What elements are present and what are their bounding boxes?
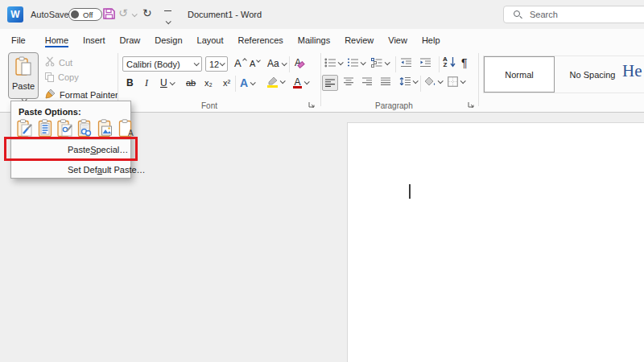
shading-chevron-icon[interactable] xyxy=(438,78,444,84)
small-separator xyxy=(439,56,440,72)
shrink-font-button[interactable]: A xyxy=(250,59,260,68)
multilevel-chevron-icon[interactable] xyxy=(385,60,390,65)
autosave-toggle-knob xyxy=(71,10,79,19)
numbering-button[interactable] xyxy=(347,58,365,68)
tab-file[interactable]: File xyxy=(11,31,26,48)
use-destination-styles-icon[interactable] xyxy=(37,119,54,138)
justify-button[interactable] xyxy=(381,77,390,86)
cut-button: Cut xyxy=(45,56,72,68)
line-spacing-icon xyxy=(399,76,411,86)
undo-icon[interactable]: ↺ xyxy=(118,6,128,19)
copy-icon xyxy=(45,72,54,82)
multilevel-list-button[interactable] xyxy=(371,58,389,68)
decrease-indent-icon xyxy=(400,58,412,68)
tab-home[interactable]: Home xyxy=(45,31,68,48)
copy-label: Copy xyxy=(58,72,79,82)
tab-design[interactable]: Design xyxy=(155,31,182,48)
paste-clipboard-icon xyxy=(9,56,38,80)
strikethrough-button[interactable]: ab xyxy=(186,78,196,88)
word-app-icon[interactable]: W xyxy=(7,6,23,23)
font-name-combobox[interactable]: Calibri (Body) xyxy=(122,56,202,72)
numbering-icon xyxy=(347,58,358,68)
justify-icon xyxy=(381,77,390,86)
line-spacing-button[interactable] xyxy=(399,76,417,86)
group-separator xyxy=(118,53,118,106)
text-effects-chevron-icon[interactable] xyxy=(250,80,256,85)
align-right-button[interactable] xyxy=(362,77,372,86)
sort-button[interactable]: AZ xyxy=(443,56,456,68)
font-name-chevron-icon[interactable] xyxy=(194,60,200,66)
underline-button[interactable]: U xyxy=(160,77,174,88)
paste-button[interactable]: Paste xyxy=(8,52,39,99)
set-default-paste-menu-item[interactable]: Set Default Paste… xyxy=(11,160,130,179)
increase-indent-button[interactable] xyxy=(419,58,431,68)
format-painter-brush-icon xyxy=(45,88,56,101)
tab-draw[interactable]: Draw xyxy=(120,31,141,48)
group-separator xyxy=(478,53,479,106)
superscript-button[interactable]: x² xyxy=(223,78,230,88)
small-separator xyxy=(289,56,290,72)
numbering-chevron-icon[interactable] xyxy=(361,60,366,65)
tab-view[interactable]: View xyxy=(388,31,407,48)
bullets-chevron-icon[interactable] xyxy=(338,60,344,65)
style-no-spacing[interactable]: No Spacing xyxy=(561,56,624,93)
merge-formatting-icon[interactable] xyxy=(57,119,74,138)
quick-access-toolbar-chevron-icon[interactable] xyxy=(164,10,171,27)
tab-help[interactable]: Help xyxy=(422,31,440,48)
picture-icon[interactable] xyxy=(97,119,114,138)
red-highlight-annotation xyxy=(4,137,138,161)
font-size-chevron-icon[interactable] xyxy=(220,60,225,66)
text-effects-button[interactable]: A xyxy=(240,76,254,89)
clear-formatting-button[interactable]: A xyxy=(295,57,301,68)
tab-layout[interactable]: Layout xyxy=(197,31,224,48)
keep-source-formatting-icon[interactable] xyxy=(17,119,34,138)
show-hide-pilcrow-button[interactable]: ¶ xyxy=(461,56,468,69)
copy-button: Copy xyxy=(45,72,79,82)
borders-chevron-icon[interactable] xyxy=(460,78,466,84)
style-heading1[interactable]: He xyxy=(622,61,642,81)
undo-dropdown-chevron-icon[interactable] xyxy=(132,11,138,17)
font-size-combobox[interactable]: 12 xyxy=(205,56,228,72)
document-title: Document1 - Word xyxy=(188,10,262,19)
tab-insert[interactable]: Insert xyxy=(83,31,105,48)
grow-font-button[interactable]: A xyxy=(234,57,246,69)
line-spacing-chevron-icon[interactable] xyxy=(413,78,419,84)
tab-review[interactable]: Review xyxy=(345,31,374,48)
save-icon[interactable] xyxy=(103,7,115,23)
document-page[interactable] xyxy=(347,122,644,362)
font-color-button[interactable]: A xyxy=(293,76,308,88)
format-painter-button[interactable]: Format Painter xyxy=(45,88,118,101)
paragraph-group-label: Paragraph xyxy=(375,101,413,110)
autosave-toggle[interactable]: Off xyxy=(68,8,102,21)
font-color-chevron-icon[interactable] xyxy=(304,79,310,84)
align-right-icon xyxy=(362,77,372,86)
decrease-indent-button[interactable] xyxy=(400,58,412,68)
paste-button-label: Paste xyxy=(9,81,38,91)
title-bar: W AutoSave Off ↺ ↻ Document1 - Word Sear… xyxy=(0,0,644,29)
subscript-button[interactable]: x₂ xyxy=(204,78,213,88)
style-normal[interactable]: Normal xyxy=(484,56,555,93)
font-color-a-icon: A xyxy=(293,76,302,88)
redo-icon[interactable]: ↻ xyxy=(142,6,152,19)
cut-scissors-icon xyxy=(45,56,55,68)
link-and-keep-source-formatting-icon[interactable] xyxy=(77,119,94,138)
align-center-button[interactable] xyxy=(344,77,353,86)
font-name-value: Calibri (Body) xyxy=(126,60,194,69)
font-dialog-launcher[interactable] xyxy=(308,101,316,109)
highlight-chevron-icon[interactable] xyxy=(280,78,286,84)
tab-mailings[interactable]: Mailings xyxy=(298,31,330,48)
shading-button[interactable] xyxy=(424,76,442,86)
align-left-button[interactable] xyxy=(322,75,338,91)
change-case-button[interactable]: Aa xyxy=(267,58,286,69)
text-highlight-button[interactable] xyxy=(267,76,284,87)
keep-text-only-icon[interactable]: A xyxy=(118,119,134,138)
multilevel-list-icon xyxy=(371,58,382,68)
italic-button[interactable]: I xyxy=(145,77,148,89)
underline-chevron-icon[interactable] xyxy=(169,80,175,85)
tab-references[interactable]: References xyxy=(238,31,283,48)
borders-button[interactable] xyxy=(448,76,464,87)
paragraph-dialog-launcher[interactable] xyxy=(468,101,476,109)
bold-button[interactable]: B xyxy=(126,77,134,88)
bullets-button[interactable] xyxy=(324,58,342,68)
search-input[interactable]: Search xyxy=(503,6,644,23)
